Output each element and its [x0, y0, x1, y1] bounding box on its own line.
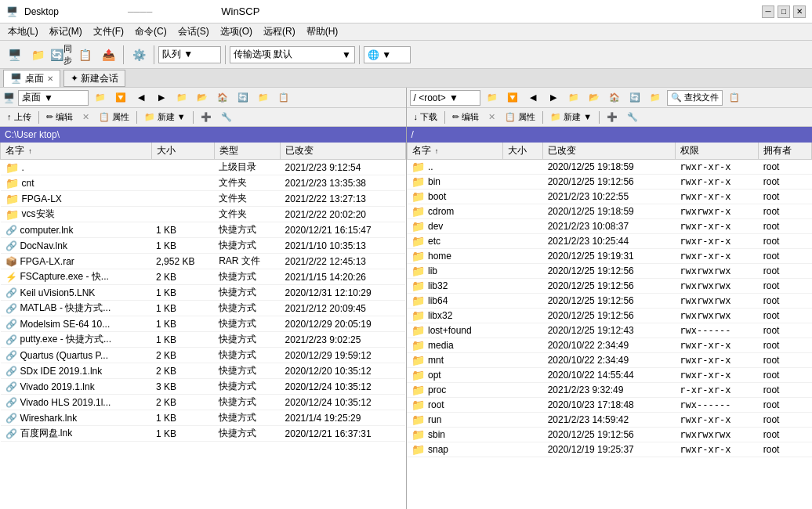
left-file-list[interactable]: 名字 ↑ 大小 类型 已改变 📁. 上级目录 2021/2/23 9:12:54…: [0, 143, 406, 509]
table-row[interactable]: 📁lost+found 2020/12/25 19:12:43 rwx-----…: [407, 323, 812, 338]
table-row[interactable]: 📁cdrom 2020/12/25 19:18:59 rwxrwxr-x roo…: [407, 204, 812, 219]
table-row[interactable]: 📁lib32 2020/12/25 19:12:56 rwxrwxrwx roo…: [407, 279, 812, 294]
left-nav5[interactable]: 📁: [255, 90, 272, 106]
minimize-button[interactable]: ─: [762, 5, 774, 18]
table-row[interactable]: 📁root 2020/10/23 17:18:48 rwx------ root: [407, 398, 812, 413]
maximize-button[interactable]: □: [778, 5, 790, 18]
table-row[interactable]: 📁dev 2021/2/23 10:08:37 rwxr-xr-x root: [407, 219, 812, 234]
menu-options[interactable]: 选项(O): [216, 23, 257, 40]
left-col-modified[interactable]: 已改变: [281, 143, 405, 160]
table-row[interactable]: 🔗Wireshark.lnk 1 KB 快捷方式 2021/1/4 19:25:…: [1, 410, 406, 426]
close-button[interactable]: ✕: [793, 5, 806, 18]
table-row[interactable]: 🔗computer.lnk 1 KB 快捷方式 2020/12/21 16:15…: [1, 222, 406, 238]
toolbar-btn-3[interactable]: 📋: [74, 44, 96, 66]
right-nav4[interactable]: 📂: [585, 90, 603, 106]
table-row[interactable]: 🔗Keil uVision5.LNK 1 KB 快捷方式 2020/12/31 …: [1, 285, 406, 301]
left-nav6[interactable]: 📋: [275, 90, 292, 106]
right-find-btn[interactable]: 🔍 查找文件: [667, 90, 723, 106]
right-file-list[interactable]: 名字 ↑ 大小 已改变 权限 拥有者 📁.. 2020/12/25 19:18:…: [407, 143, 813, 509]
table-row[interactable]: 📁opt 2020/10/22 14:55:44 rwxr-xr-x root: [407, 368, 812, 383]
table-row[interactable]: 📁cnt 文件夹 2021/2/23 13:35:38: [1, 175, 406, 191]
menu-command[interactable]: 命令(C): [130, 23, 172, 40]
table-row[interactable]: 🔗MATLAB - 快捷方式... 1 KB 快捷方式 2021/2/12 20…: [1, 301, 406, 316]
right-folder-btn[interactable]: 📁: [484, 90, 501, 106]
menu-help[interactable]: 帮助(H): [302, 23, 343, 40]
left-nav3[interactable]: 📁: [173, 90, 190, 106]
right-plus-btn[interactable]: ➕: [603, 110, 622, 125]
table-row[interactable]: 📁.. 2020/12/25 19:18:59 rwxr-xr-x root: [407, 160, 812, 175]
table-row[interactable]: 🔗Modelsim SE-64 10... 1 KB 快捷方式 2020/12/…: [1, 316, 406, 332]
left-path-dropdown[interactable]: 桌面 ▼: [18, 90, 89, 106]
left-folder-btn[interactable]: 📁: [92, 90, 109, 106]
menu-local[interactable]: 本地(L): [3, 23, 43, 40]
left-col-size[interactable]: 大小: [151, 143, 214, 160]
table-row[interactable]: 📁etc 2021/2/23 10:25:44 rwxr-xr-x root: [407, 234, 812, 249]
menu-file[interactable]: 文件(F): [89, 23, 129, 40]
table-row[interactable]: 📁boot 2021/2/23 10:22:55 rwxr-xr-x root: [407, 190, 812, 204]
left-wrench-btn[interactable]: 🔧: [217, 110, 236, 125]
table-row[interactable]: ⚡FSCapture.exe - 快... 2 KB 快捷方式 2021/1/1…: [1, 269, 406, 285]
left-edit-btn[interactable]: ✏ 编辑: [42, 110, 77, 125]
left-col-name[interactable]: 名字 ↑: [1, 143, 152, 160]
table-row[interactable]: 📁home 2020/12/25 19:19:31 rwxr-xr-x root: [407, 249, 812, 264]
right-wrench-btn[interactable]: 🔧: [623, 110, 642, 125]
left-refresh-btn[interactable]: 🔄: [234, 90, 252, 106]
right-filter-btn[interactable]: 🔽: [504, 90, 521, 106]
left-back-btn[interactable]: ◀: [132, 90, 150, 106]
left-forward-btn[interactable]: ▶: [153, 90, 170, 106]
table-row[interactable]: 📁lib 2020/12/25 19:12:56 rwxrwxrwx root: [407, 264, 812, 279]
right-home-btn[interactable]: 🏠: [606, 90, 623, 106]
right-nav6[interactable]: 📋: [726, 90, 743, 106]
queue-dropdown[interactable]: 队列 ▼: [158, 46, 221, 63]
table-row[interactable]: 📁proc 2021/2/23 9:32:49 r-xr-xr-x root: [407, 383, 812, 398]
toolbar-btn-2[interactable]: 📁: [27, 44, 49, 66]
table-row[interactable]: 📁libx32 2020/12/25 19:12:56 rwxrwxrwx ro…: [407, 309, 812, 323]
left-props-btn[interactable]: 📋 属性: [95, 110, 133, 125]
transfer-dropdown[interactable]: 传输选项 默认 ▼: [230, 46, 355, 63]
table-row[interactable]: 📁bin 2020/12/25 19:12:56 rwxr-xr-x root: [407, 175, 812, 190]
right-refresh-btn[interactable]: 🔄: [626, 90, 643, 106]
table-row[interactable]: 🔗Vivado HLS 2019.1l... 2 KB 快捷方式 2020/12…: [1, 395, 406, 410]
right-path-dropdown[interactable]: / <root> ▼: [410, 90, 480, 106]
menu-remote[interactable]: 远程(R): [259, 23, 300, 40]
right-edit-btn[interactable]: ✏ 编辑: [448, 110, 483, 125]
toolbar-btn-settings[interactable]: ⚙️: [128, 44, 150, 66]
new-session-button[interactable]: ✦ 新建会话: [63, 70, 125, 87]
left-col-type[interactable]: 类型: [214, 143, 280, 160]
right-props-btn[interactable]: 📋 属性: [501, 110, 539, 125]
globe-dropdown[interactable]: 🌐 ▼: [364, 46, 411, 63]
right-col-modified[interactable]: 已改变: [543, 143, 676, 160]
table-row[interactable]: 🔗百度网盘.lnk 1 KB 快捷方式 2020/12/21 16:37:31: [1, 426, 406, 442]
table-row[interactable]: 📁lib64 2020/12/25 19:12:56 rwxrwxrwx roo…: [407, 294, 812, 309]
toolbar-btn-1[interactable]: 🖥️: [3, 44, 25, 66]
table-row[interactable]: 📁. 上级目录 2021/2/23 9:12:54: [1, 160, 406, 175]
menu-mark[interactable]: 标记(M): [45, 23, 87, 40]
table-row[interactable]: 📁media 2020/10/22 2:34:49 rwxr-xr-x root: [407, 338, 812, 353]
table-row[interactable]: 🔗putty.exe - 快捷方式... 1 KB 快捷方式 2021/2/23…: [1, 332, 406, 348]
right-delete-btn[interactable]: ✕: [484, 110, 499, 125]
table-row[interactable]: 📁vcs安装 文件夹 2021/2/22 20:02:20: [1, 207, 406, 222]
tab-close-button[interactable]: ✕: [47, 74, 53, 83]
tab-desktop[interactable]: 🖥️ 桌面 ✕: [3, 70, 60, 87]
table-row[interactable]: 🔗Quartus (Quartus P... 2 KB 快捷方式 2020/12…: [1, 348, 406, 363]
left-nav4[interactable]: 📂: [194, 90, 211, 106]
right-col-owner[interactable]: 拥有者: [759, 143, 812, 160]
right-back-btn[interactable]: ◀: [524, 90, 542, 106]
table-row[interactable]: 🔗DocNav.lnk 1 KB 快捷方式 2021/1/10 10:35:13: [1, 238, 406, 254]
right-forward-btn[interactable]: ▶: [545, 90, 562, 106]
right-nav5[interactable]: 📁: [647, 90, 664, 106]
menu-session[interactable]: 会话(S): [173, 23, 214, 40]
table-row[interactable]: 📦FPGA-LX.rar 2,952 KB RAR 文件 2021/2/22 1…: [1, 254, 406, 269]
left-filter-btn[interactable]: 🔽: [112, 90, 129, 106]
left-home-btn[interactable]: 🏠: [214, 90, 231, 106]
right-col-name[interactable]: 名字 ↑: [407, 143, 503, 160]
toolbar-btn-4[interactable]: 📤: [97, 44, 119, 66]
table-row[interactable]: 📁mnt 2020/10/22 2:34:49 rwxr-xr-x root: [407, 353, 812, 368]
table-row[interactable]: 📁sbin 2020/12/25 19:12:56 rwxrwxrwx root: [407, 428, 812, 442]
left-new-btn[interactable]: 📁 新建 ▼: [140, 110, 190, 125]
right-col-perm[interactable]: 权限: [675, 143, 758, 160]
table-row[interactable]: 🔗Vivado 2019.1.lnk 3 KB 快捷方式 2020/12/24 …: [1, 379, 406, 395]
right-new-btn[interactable]: 📁 新建 ▼: [546, 110, 596, 125]
toolbar-btn-sync[interactable]: 🔄 同步: [50, 44, 72, 66]
right-download-btn[interactable]: ↓ 下载: [410, 110, 442, 125]
